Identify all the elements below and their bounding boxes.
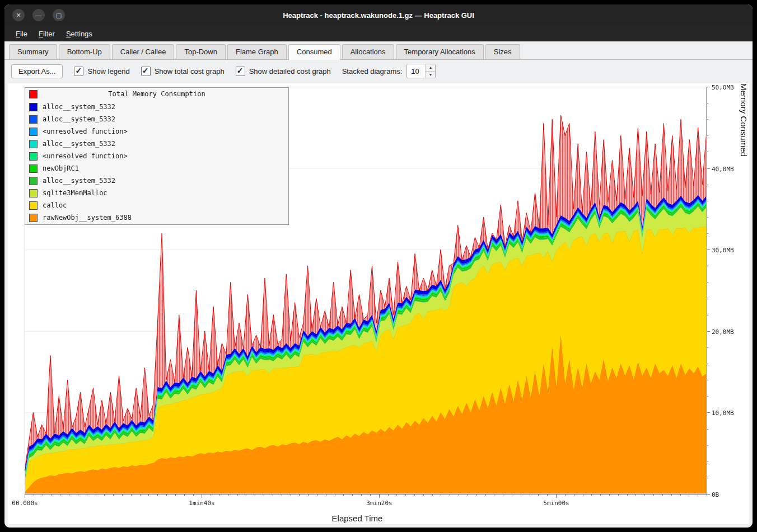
legend-item: alloc__system_5332 [25,138,288,150]
checkbox-box: ✓ [236,67,245,76]
maximize-icon: ▢ [56,12,62,18]
titlebar: ✕ — ▢ Heaptrack - heaptrack.wakunode.1.g… [4,4,753,26]
tab-temporary-allocations[interactable]: Temporary Allocations [396,44,484,59]
tabbar: Summary Bottom-Up Caller / Callee Top-Do… [4,41,753,60]
legend-label: alloc__system_5332 [43,177,115,185]
menu-settings[interactable]: Settings [60,28,98,40]
spin-up-button[interactable]: ▲ [426,64,435,72]
legend-label: calloc [43,201,67,209]
legend-label: alloc__system_5332 [43,115,115,123]
legend-item: rawNewObj__system_6388 [25,211,288,224]
show-total-cost-checkbox[interactable]: ✓ Show total cost graph [141,67,225,76]
legend-swatch [29,115,38,124]
legend-swatch [29,177,38,185]
legend-swatch [29,152,38,161]
tab-top-down[interactable]: Top-Down [176,44,226,59]
legend-item: <unresolved function> [25,150,288,162]
checkmark-icon: ✓ [142,66,149,75]
menu-file[interactable]: File [10,28,33,40]
legend-label: <unresolved function> [43,128,128,135]
spin-buttons: ▲ ▼ [425,64,435,78]
stacked-diagrams-control: Stacked diagrams: 10 ▲ ▼ [342,64,436,78]
chevron-up-icon: ▲ [428,65,432,69]
legend-item: calloc [25,199,288,211]
tab-consumed[interactable]: Consumed [288,44,340,60]
chart-toolbar: Export As... ✓ Show legend ✓ Show total … [4,60,753,82]
tab-summary[interactable]: Summary [9,44,57,59]
legend-item: alloc__system_5332 [25,175,288,187]
legend-swatch [29,189,38,197]
checkbox-box: ✓ [141,67,151,76]
show-legend-checkbox[interactable]: ✓ Show legend [74,67,129,76]
menubar: File Filter Settings [4,26,753,41]
tab-flame-graph[interactable]: Flame Graph [227,44,287,59]
checkbox-label: Show total cost graph [155,67,225,76]
minimize-icon: — [36,12,42,18]
maximize-button[interactable]: ▢ [53,9,65,21]
checkmark-icon: ✓ [75,66,82,75]
export-as-button[interactable]: Export As... [11,64,63,78]
stacked-diagrams-spinbox[interactable]: 10 ▲ ▼ [406,64,436,78]
spin-down-button[interactable]: ▼ [426,72,435,78]
stacked-diagrams-value: 10 [407,64,425,78]
window-title: Heaptrack - heaptrack.wakunode.1.gz — He… [4,11,753,20]
legend-label: alloc__system_5332 [43,140,115,148]
checkmark-icon: ✓ [237,66,244,75]
minimize-button[interactable]: — [32,9,45,21]
app-window: ✕ — ▢ Heaptrack - heaptrack.wakunode.1.g… [4,4,753,528]
legend-item: <unresolved function> [25,125,288,138]
chart-panel: Total Memory Consumption alloc__system_5… [8,83,749,524]
chart-legend: Total Memory Consumption alloc__system_5… [25,87,289,225]
legend-swatch [29,164,38,173]
legend-item: alloc__system_5332 [25,101,288,113]
legend-item: alloc__system_5332 [25,113,288,125]
legend-title-row: Total Memory Consumption [25,88,288,101]
checkbox-label: Show detailed cost graph [249,67,331,76]
legend-label: alloc__system_5332 [43,103,115,111]
legend-swatch [29,103,38,111]
menu-filter[interactable]: Filter [33,28,60,40]
legend-label: <unresolved function> [43,152,128,160]
legend-item: newObjRC1 [25,162,288,175]
chevron-down-icon: ▼ [428,73,432,77]
legend-swatch [29,128,38,136]
stacked-diagrams-label: Stacked diagrams: [342,67,403,76]
legend-label: rawNewObj__system_6388 [43,214,132,222]
legend-label: newObjRC1 [43,164,79,172]
window-controls: ✕ — ▢ [4,9,65,21]
tab-sizes[interactable]: Sizes [485,44,520,59]
tab-caller-callee[interactable]: Caller / Callee [112,44,175,59]
close-icon: ✕ [16,12,21,18]
tab-allocations[interactable]: Allocations [342,44,394,59]
checkbox-box: ✓ [74,67,83,76]
legend-swatch [29,140,38,148]
legend-swatch [29,201,38,210]
close-button[interactable]: ✕ [12,9,25,21]
show-detailed-cost-checkbox[interactable]: ✓ Show detailed cost graph [236,67,331,76]
legend-title: Total Memory Consumption [25,90,288,98]
legend-swatch [29,214,38,222]
tab-bottom-up[interactable]: Bottom-Up [59,44,110,59]
checkbox-label: Show legend [87,67,129,76]
legend-item: sqlite3MemMalloc [25,187,288,199]
legend-label: sqlite3MemMalloc [43,189,108,197]
